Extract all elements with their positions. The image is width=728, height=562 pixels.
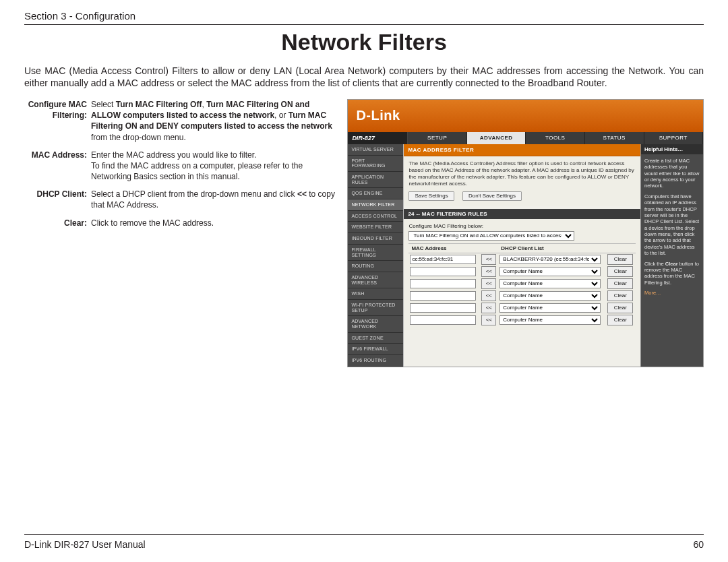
definition-column: Configure MAC Filtering: Select Turn MAC…	[24, 99, 347, 367]
sidebar-item-application-rules[interactable]: APPLICATION RULES	[348, 172, 403, 188]
mac-filter-row: <<Computer NameClear	[408, 302, 636, 314]
page-title: Network Filters	[24, 29, 704, 55]
mac-address-input[interactable]	[410, 267, 476, 276]
copy-mac-button[interactable]: <<	[481, 278, 496, 289]
sidebar-item-advanced-network[interactable]: ADVANCED NETWORK	[348, 316, 403, 332]
hints-title: Helpful Hints…	[641, 144, 703, 154]
mac-filter-row: <<Computer NameClear	[408, 314, 636, 326]
router-screenshot: D-Link DIR-827 SETUPADVANCEDTOOLSSTATUSS…	[347, 99, 704, 367]
tab-setup[interactable]: SETUP	[408, 132, 467, 144]
sidebar-item-firewall-settings[interactable]: FIREWALL SETTINGS	[348, 245, 403, 261]
hints-p3: Click the Clear button to remove the MAC…	[644, 261, 700, 286]
clear-button[interactable]: Clear	[607, 278, 633, 289]
sidebar-item-routing[interactable]: ROUTING	[348, 261, 403, 272]
dhcp-client-select[interactable]: Computer Name	[499, 291, 601, 301]
router-sidebar: VIRTUAL SERVERPORT FORWARDINGAPPLICATION…	[348, 144, 403, 367]
model-label: DIR-827	[352, 135, 375, 142]
def-label-clear: Clear:	[24, 218, 91, 228]
mac-filter-row: <<BLACKBERRY-8720 (cc:55:ad:34:fc:91 )Cl…	[408, 253, 636, 266]
sidebar-item-access-control[interactable]: ACCESS CONTROL	[348, 211, 403, 222]
intro-paragraph: Use MAC (Media Access Control) Filters t…	[24, 65, 704, 90]
sidebar-item-qos-engine[interactable]: QOS ENGINE	[348, 188, 403, 199]
tab-support[interactable]: SUPPORT	[644, 132, 704, 144]
filtering-mode-select[interactable]: Turn MAC Filtering ON and ALLOW computer…	[408, 231, 574, 241]
mac-address-input[interactable]	[410, 255, 476, 264]
rules-header: 24 -- MAC FILTERING RULES	[404, 209, 640, 219]
section-header: Section 3 - Configuration	[24, 10, 704, 25]
def-desc-dhcp: Select a DHCP client from the drop-down …	[91, 189, 339, 210]
sidebar-item-virtual-server[interactable]: VIRTUAL SERVER	[348, 144, 403, 156]
def-desc-configure: Select Turn MAC Filtering Off, Turn MAC …	[91, 99, 339, 143]
save-settings-button[interactable]: Save Settings	[408, 191, 454, 201]
dhcp-client-select[interactable]: Computer Name	[499, 303, 601, 313]
dhcp-client-select[interactable]: BLACKBERRY-8720 (cc:55:ad:34:fc:91 )	[499, 255, 601, 264]
tab-tools[interactable]: TOOLS	[526, 132, 585, 144]
mac-filter-row: <<Computer NameClear	[408, 266, 636, 278]
clear-button[interactable]: Clear	[607, 266, 633, 277]
dhcp-client-select[interactable]: Computer Name	[499, 267, 601, 276]
def-label-configure: Configure MAC Filtering:	[24, 99, 91, 143]
helpful-hints-panel: Helpful Hints… Create a list of MAC addr…	[641, 144, 703, 367]
hints-p2: Computers that have obtained an IP addre…	[644, 193, 700, 257]
model-cell: DIR-827	[348, 132, 408, 144]
col-dhcp-client: DHCP Client List	[498, 243, 606, 253]
sidebar-item-wish[interactable]: WISH	[348, 288, 403, 300]
mac-filter-row: <<Computer NameClear	[408, 278, 636, 290]
dhcp-client-select[interactable]: Computer Name	[499, 279, 601, 288]
mac-address-input[interactable]	[410, 303, 476, 313]
footer-manual-title: D-Link DIR-827 User Manual	[24, 539, 146, 550]
sidebar-item-website-filter[interactable]: WEBSITE FILTER	[348, 222, 403, 233]
clear-button[interactable]: Clear	[607, 290, 633, 301]
sidebar-item-network-filter[interactable]: NETWORK FILTER	[348, 199, 403, 211]
sidebar-item-ipv6-routing[interactable]: IPV6 ROUTING	[348, 355, 403, 367]
mac-address-input[interactable]	[410, 279, 476, 288]
mac-filter-row: <<Computer NameClear	[408, 290, 636, 302]
mac-address-input[interactable]	[410, 315, 476, 325]
sidebar-item-inbound-filter[interactable]: INBOUND FILTER	[348, 233, 403, 245]
sidebar-item-ipv6-firewall[interactable]: IPV6 FIREWALL	[348, 344, 403, 355]
dhcp-client-select[interactable]: Computer Name	[499, 315, 601, 325]
router-banner: D-Link	[348, 100, 703, 132]
clear-button[interactable]: Clear	[607, 303, 633, 313]
panel-header-mac-filter: MAC ADDRESS FILTER	[404, 144, 640, 156]
def-label-dhcp: DHCP Client:	[24, 189, 91, 210]
def-desc-mac: Enter the MAC address you would like to …	[91, 150, 339, 183]
tab-advanced[interactable]: ADVANCED	[467, 132, 526, 144]
hints-more-link[interactable]: More…	[644, 290, 700, 296]
copy-mac-button[interactable]: <<	[481, 266, 496, 277]
copy-mac-button[interactable]: <<	[481, 254, 496, 265]
brand-logo: D-Link	[356, 108, 400, 123]
mac-address-input[interactable]	[410, 291, 476, 301]
sidebar-item-wi-fi-protected-setup[interactable]: WI-FI PROTECTED SETUP	[348, 300, 403, 316]
dont-save-settings-button[interactable]: Don't Save Settings	[462, 191, 522, 201]
clear-button[interactable]: Clear	[607, 315, 633, 325]
col-mac-address: MAC Address	[408, 243, 480, 253]
sidebar-item-port-forwarding[interactable]: PORT FORWARDING	[348, 156, 403, 172]
clear-button[interactable]: Clear	[607, 254, 633, 265]
copy-mac-button[interactable]: <<	[481, 315, 496, 325]
footer-page-number: 60	[693, 539, 704, 550]
hints-p1: Create a list of MAC addresses that you …	[644, 158, 700, 189]
panel-desc: The MAC (Media Access Controller) Addres…	[408, 160, 636, 187]
def-desc-clear: Click to remove the MAC address.	[91, 218, 339, 228]
router-main: MAC ADDRESS FILTER The MAC (Media Access…	[403, 144, 641, 367]
copy-mac-button[interactable]: <<	[481, 303, 496, 313]
tab-status[interactable]: STATUS	[585, 132, 644, 144]
config-below-text: Configure MAC Filtering below:	[408, 223, 636, 229]
def-label-mac: MAC Address:	[24, 150, 91, 183]
sidebar-item-guest-zone[interactable]: GUEST ZONE	[348, 333, 403, 344]
sidebar-item-advanced-wireless[interactable]: ADVANCED WIRELESS	[348, 272, 403, 288]
copy-mac-button[interactable]: <<	[481, 290, 496, 301]
